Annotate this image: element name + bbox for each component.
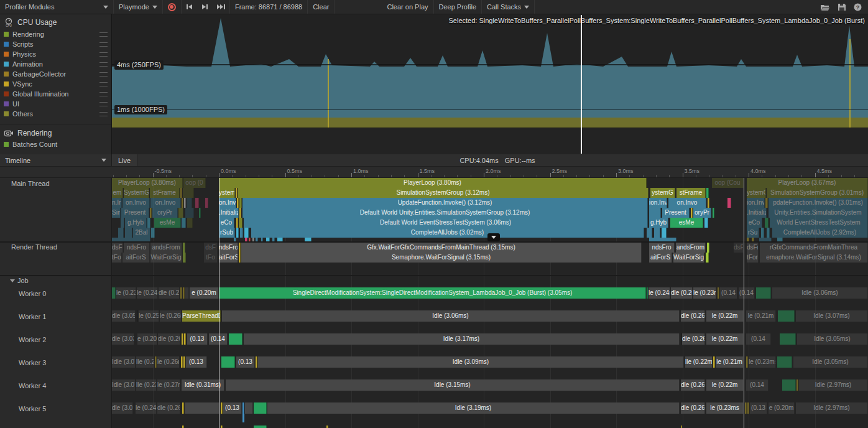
- timeline-body[interactable]: PlayerLoop (3.80ms)oop (0PlayerLoop (3.8…: [112, 178, 868, 428]
- timeline-segment[interactable]: tFor: [112, 253, 122, 263]
- timeline-segment[interactable]: on.Invo: [150, 198, 181, 208]
- timeline-segment[interactable]: ystemG: [219, 188, 235, 198]
- timeline-segment-marker[interactable]: [147, 218, 150, 228]
- timeline-segment[interactable]: PlayerLoop (3.67ms): [747, 178, 868, 188]
- timeline-segment[interactable]: ndsFro: [124, 243, 150, 253]
- timeline-segment-marker[interactable]: [765, 198, 768, 208]
- timeline-segment[interactable]: Present: [662, 208, 690, 218]
- timeline-segment-marker[interactable]: [184, 198, 186, 208]
- timeline-segment-marker[interactable]: [183, 253, 186, 263]
- timeline-segment[interactable]: lle (0.22m: [685, 356, 713, 368]
- timeline-segment-marker[interactable]: [708, 198, 709, 208]
- drag-handle-icon[interactable]: [99, 32, 108, 37]
- timeline-segment[interactable]: le (0.24ms: [137, 287, 158, 299]
- timeline-segment-marker[interactable]: [205, 198, 208, 208]
- timeline-segment[interactable]: ndsFro: [219, 243, 238, 253]
- timeline-segment[interactable]: SystemG: [124, 188, 149, 198]
- timeline-segment[interactable]: Unity.Entities.SimulationSystem: [769, 208, 868, 218]
- timeline-segment-marker[interactable]: [183, 188, 194, 198]
- timeline-segment-marker[interactable]: [654, 228, 660, 238]
- timeline-segment[interactable]: SimulationSystemGroup (3.12ms): [238, 188, 649, 198]
- timeline-segment-marker[interactable]: [150, 208, 152, 218]
- timeline-segment-marker[interactable]: [706, 188, 709, 198]
- timeline-segment[interactable]: Default World EventStressTestSystem (3.0…: [244, 218, 648, 228]
- timeline-segment-marker[interactable]: [236, 228, 239, 238]
- timeline-segment[interactable]: le (0.23ms: [116, 287, 136, 299]
- timeline-segment[interactable]: Idle (3.05ms): [793, 356, 868, 368]
- timeline-segment[interactable]: rSub: [219, 228, 235, 238]
- timeline-segment-marker[interactable]: [239, 243, 241, 253]
- timeline-segment[interactable]: aitForS: [219, 253, 238, 263]
- timeline-segment-marker[interactable]: [236, 188, 238, 198]
- timeline-segment-marker[interactable]: [242, 402, 244, 414]
- timeline-segment-marker[interactable]: [185, 208, 194, 218]
- playhead-line[interactable]: [581, 15, 582, 154]
- timeline-segment[interactable]: (0.13: [223, 402, 242, 414]
- timeline-segment-marker[interactable]: [782, 379, 796, 391]
- timeline-segment[interactable]: Idle (2.97ms): [799, 379, 868, 391]
- timeline-segment[interactable]: Idle (0.31ms): [182, 379, 224, 391]
- timeline-segment[interactable]: esMe: [154, 218, 181, 228]
- timeline-segment-marker[interactable]: [185, 287, 189, 299]
- load-profile-button[interactable]: [816, 0, 834, 14]
- timeline-segment[interactable]: CompleteAllJobs (3.02ms): [251, 228, 644, 238]
- timeline-segment-marker[interactable]: [183, 243, 185, 253]
- timeline-segment[interactable]: Idle (3.05ms): [797, 333, 868, 345]
- timeline-segment-marker[interactable]: [136, 310, 138, 322]
- timeline-segment[interactable]: ystemG: [650, 188, 675, 198]
- clear-on-play-toggle[interactable]: Clear on Play: [382, 0, 433, 14]
- timeline-segment[interactable]: Idle (3.07ms): [112, 356, 136, 368]
- timeline-segment-marker[interactable]: [240, 228, 243, 238]
- timeline-segment[interactable]: (0.14: [739, 287, 755, 299]
- timeline-segment-marker[interactable]: [199, 208, 201, 218]
- timeline-segment-marker[interactable]: [761, 228, 764, 238]
- timeline-segment-marker[interactable]: [187, 218, 193, 228]
- timeline-segment[interactable]: le (0.21m: [716, 356, 744, 368]
- timeline-segment[interactable]: aitForS: [649, 253, 672, 263]
- legend-item-vsync[interactable]: VSync: [0, 79, 111, 89]
- live-button[interactable]: Live: [112, 154, 137, 166]
- timeline-segment-marker[interactable]: [112, 287, 116, 299]
- timeline-segment[interactable]: dle (0.27ms: [159, 287, 180, 299]
- timeline-segment[interactable]: ion.Invo: [649, 198, 667, 208]
- timeline-segment-marker[interactable]: [706, 253, 709, 263]
- timeline-segment[interactable]: 2Bal: [133, 228, 150, 238]
- timeline-segment-marker[interactable]: [239, 218, 242, 228]
- timeline-segment-marker[interactable]: [182, 333, 183, 345]
- timeline-segment[interactable]: PlayerLoop (3.80ms): [219, 178, 647, 188]
- timeline-segment[interactable]: le (0.22m: [706, 333, 744, 345]
- timeline-segment-marker[interactable]: [182, 426, 184, 428]
- timeline-segment[interactable]: on.Invo: [668, 198, 706, 208]
- timeline-segment[interactable]: dle (0.26ms: [681, 402, 705, 414]
- timeline-segment[interactable]: UpdateFunction.Invoke() (3.12ms): [242, 198, 648, 208]
- call-stacks-dropdown[interactable]: Call Stacks: [482, 0, 535, 14]
- timeline-segment[interactable]: ParseThreadData (: [182, 310, 221, 322]
- timeline-segment[interactable]: dle (0.26ms: [681, 379, 705, 391]
- timeline-segment[interactable]: le (0.23ms: [749, 356, 776, 368]
- timeline-segment[interactable]: esMe: [670, 218, 703, 228]
- timeline-segment[interactable]: pdateFunction.Invoke() (3.01ms): [769, 198, 868, 208]
- cpu-chart-area[interactable]: Selected: SingleWriteToBuffers_ParallelP…: [112, 14, 868, 154]
- timeline-segment[interactable]: Idle (3.15ms): [226, 379, 680, 391]
- timeline-segment-marker[interactable]: [183, 287, 185, 299]
- timeline-segment[interactable]: oryPr: [693, 208, 711, 218]
- legend-item-batches-count[interactable]: Batches Count: [0, 139, 111, 149]
- timeline-segment[interactable]: stFrame: [150, 188, 180, 198]
- timeline-segment-marker[interactable]: [256, 356, 257, 368]
- timeline-segment[interactable]: Idle (3.07ms): [796, 310, 868, 322]
- timeline-segment-marker[interactable]: [326, 426, 328, 428]
- timeline-segment-marker[interactable]: [118, 228, 124, 238]
- legend-item-animation[interactable]: Animation: [0, 59, 111, 69]
- timeline-segment[interactable]: dsF: [204, 243, 218, 253]
- rendering-module-header[interactable]: Rendering: [0, 126, 111, 139]
- timeline-segment-marker[interactable]: [245, 402, 253, 414]
- timeline-segment-marker[interactable]: [649, 208, 661, 218]
- timeline-segment[interactable]: g.Hyb: [649, 218, 668, 228]
- timeline-segment[interactable]: Simu: [112, 208, 121, 218]
- current-frame-button[interactable]: [213, 0, 230, 14]
- timeline-segment-marker[interactable]: [183, 356, 185, 368]
- timeline-segment[interactable]: WaitForSig: [150, 253, 182, 263]
- timeline-segment-marker[interactable]: [254, 402, 267, 414]
- legend-item-physics[interactable]: Physics: [0, 49, 111, 59]
- timeline-segment-marker[interactable]: [221, 356, 235, 368]
